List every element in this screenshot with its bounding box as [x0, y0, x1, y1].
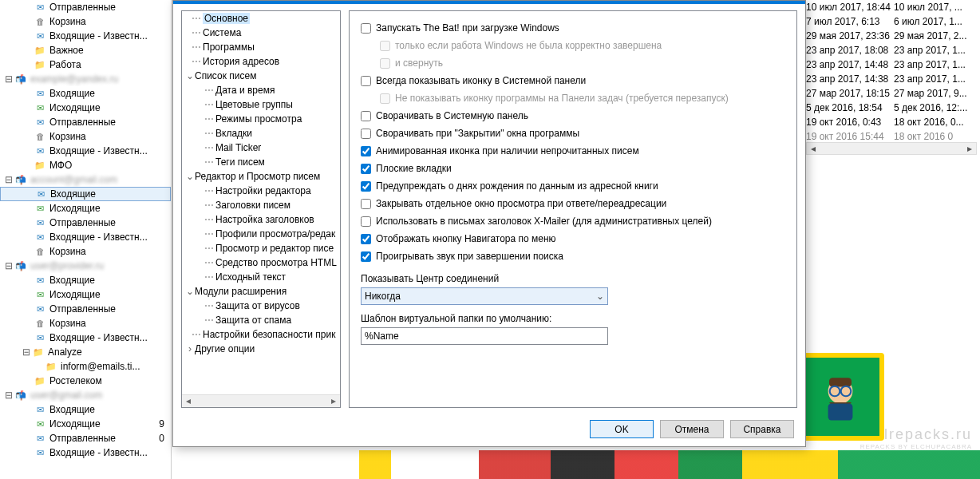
cancel-button[interactable]: Отмена	[660, 420, 724, 438]
account-row[interactable]: ⊟📬user@provider.ru	[0, 259, 171, 273]
tree-item[interactable]: ⋯Система	[182, 26, 340, 40]
tree-item[interactable]: ⋯Настройки редактора	[182, 184, 340, 198]
checkbox[interactable]	[361, 164, 371, 174]
folder-item[interactable]: ✉Входящие - Известн...	[0, 230, 171, 244]
folder-item[interactable]: ✉Отправленные	[0, 0, 171, 14]
tree-item[interactable]: ⌄Редактор и Просмотр писем	[182, 169, 340, 184]
tree-item[interactable]: ⋯Защита от вирусов	[182, 299, 340, 313]
folder-item[interactable]: ✉Отправленные	[0, 302, 171, 316]
folder-item[interactable]: 📁inform@emails.ti...	[0, 359, 171, 374]
tree-item[interactable]: ⋯Исходный текст	[182, 270, 340, 284]
settings-tree[interactable]: ⋯Основное⋯Система⋯Программы⋯История адре…	[181, 10, 341, 408]
expand-icon[interactable]: ›	[185, 343, 195, 354]
tree-item[interactable]: ⋯Теги писем	[182, 155, 340, 169]
checkbox[interactable]	[361, 181, 371, 192]
scroll-left-icon[interactable]: ◂	[807, 143, 820, 154]
expand-icon[interactable]: ⌄	[185, 286, 195, 297]
tree-item[interactable]: ›Другие опции	[182, 342, 340, 356]
tree-item[interactable]: ⋯Вкладки	[182, 126, 340, 141]
checkbox[interactable]	[361, 251, 371, 262]
opt-minimize-tray[interactable]: Сворачивать в Системную панель	[361, 107, 785, 125]
expand-icon[interactable]: ⊟	[3, 73, 14, 85]
tree-item[interactable]: ⋯Программы	[182, 40, 340, 54]
folder-tree[interactable]: ✉Отправленные 🗑Корзина ✉Входящие - Извес…	[0, 0, 172, 479]
tree-item[interactable]: ⌄Модули расширения	[182, 284, 340, 299]
tree-item[interactable]: ⋯История адресов	[182, 54, 340, 69]
opt-search-sound[interactable]: Проигрывать звук при завершении поиска	[361, 247, 785, 265]
folder-item[interactable]: ⊟📁Analyze	[0, 345, 171, 359]
opt-close-viewer[interactable]: Закрывать отдельное окно просмотра при о…	[361, 195, 785, 212]
folder-item[interactable]: 🗑Корзина	[0, 244, 171, 259]
tree-item[interactable]: ⌄Список писем	[182, 69, 340, 83]
tree-item[interactable]: ⋯Профили просмотра/редак	[182, 227, 340, 241]
folder-item[interactable]: 🗑Корзина	[0, 14, 171, 29]
checkbox[interactable]	[361, 216, 371, 227]
account-row[interactable]: ⊟📬user@gmail.com	[0, 388, 171, 402]
folder-item[interactable]: ✉Входящие	[0, 273, 171, 287]
opt-birthday-warn[interactable]: Предупреждать о днях рождения по данным …	[361, 177, 785, 195]
checkbox[interactable]	[361, 23, 371, 34]
tree-item[interactable]: ⋯Заголовки писем	[182, 198, 340, 212]
tree-item[interactable]: ⋯Режимы просмотра	[182, 112, 340, 126]
folder-item[interactable]: 🗑Корзина	[0, 129, 171, 144]
folder-item[interactable]: ✉Входящие - Известн...	[0, 331, 171, 345]
expand-icon[interactable]: ⌄	[185, 70, 195, 81]
opt-xmailer[interactable]: Использовать в письмах заголовок X-Maile…	[361, 212, 785, 230]
folder-item[interactable]: ✉Исходящие	[0, 201, 171, 216]
checkbox[interactable]	[361, 199, 371, 209]
connection-center-combo[interactable]: Никогда ⌄	[361, 287, 608, 305]
messages-hscroll[interactable]: ◂▸	[806, 142, 977, 155]
expand-icon[interactable]: ⊟	[3, 390, 14, 401]
help-button[interactable]: Справка	[730, 420, 794, 438]
folder-item[interactable]: ✉Входящие - Известн...	[0, 144, 171, 158]
tree-item[interactable]: ⋯Основное	[182, 11, 340, 26]
folder-item[interactable]: ✉Входящие - Известн...	[0, 29, 171, 43]
ok-button[interactable]: OK	[590, 420, 654, 438]
folder-item[interactable]: ✉Отправленные	[0, 115, 171, 129]
expand-icon[interactable]: ⊟	[22, 346, 32, 358]
folder-item[interactable]: ✉Отправленные0	[0, 431, 171, 445]
folder-item[interactable]: 📁Ростелеком	[0, 374, 171, 388]
tree-item[interactable]: ⋯Настройки безопасности прик	[182, 327, 340, 342]
vfolder-template-input[interactable]	[361, 327, 608, 345]
tree-item[interactable]: ⋯Защита от спама	[182, 313, 340, 327]
checkbox[interactable]	[361, 129, 371, 139]
tree-item[interactable]: ⋯Настройка заголовков	[182, 212, 340, 227]
tree-item[interactable]: ⋯Mail Ticker	[182, 141, 340, 155]
expand-icon[interactable]: ⊟	[3, 174, 14, 185]
scroll-left-icon[interactable]: ◂	[182, 395, 195, 407]
checkbox[interactable]	[361, 76, 371, 86]
folder-item[interactable]: ✉Исходящие9	[0, 417, 171, 431]
account-row[interactable]: ⊟📬example@yandex.ru	[0, 72, 171, 86]
tree-item[interactable]: ⋯Просмотр и редактор писе	[182, 241, 340, 255]
scroll-right-icon[interactable]: ▸	[963, 143, 976, 154]
folder-item[interactable]: 📁МФО	[0, 158, 171, 172]
opt-flat-tabs[interactable]: Плоские вкладки	[361, 160, 785, 177]
folder-item[interactable]: ✉Исходящие	[0, 101, 171, 115]
folder-item[interactable]: 📁Работа	[0, 57, 171, 72]
checkbox[interactable]	[361, 234, 371, 244]
folder-item[interactable]: ✉Исходящие	[0, 287, 171, 302]
opt-launch-on-startup[interactable]: Запускать The Bat! при загрузке Windows	[361, 19, 785, 37]
scroll-right-icon[interactable]: ▸	[327, 395, 340, 407]
expand-icon[interactable]: ⊟	[3, 260, 14, 271]
folder-item[interactable]: ✉Входящие	[0, 402, 171, 417]
folder-item[interactable]: 🗑Корзина	[0, 316, 171, 331]
folder-item[interactable]: ✉Входящие	[0, 86, 171, 101]
checkbox[interactable]	[361, 146, 371, 156]
opt-animated-icon[interactable]: Анимированная иконка при наличии непрочи…	[361, 142, 785, 160]
opt-navigator-btn[interactable]: Отображать кнопку Навигатора по меню	[361, 230, 785, 247]
checkbox[interactable]	[361, 111, 371, 121]
folder-item[interactable]: 📁Важное	[0, 43, 171, 57]
folder-item[interactable]: ✉Входящие	[0, 187, 171, 201]
account-row[interactable]: ⊟📬account@gmail.com	[0, 172, 171, 187]
folder-item[interactable]: ✉Отправленные	[0, 216, 171, 230]
opt-minimize-on-close[interactable]: Сворачивать при "Закрытии" окна программ…	[361, 125, 785, 142]
tree-item[interactable]: ⋯Средство просмотра HTML	[182, 255, 340, 270]
folder-item[interactable]: ✉Входящие - Известн...	[0, 445, 171, 460]
opt-tray-icon[interactable]: Всегда показывать иконку в Системной пан…	[361, 72, 785, 89]
tree-item[interactable]: ⋯Дата и время	[182, 83, 340, 97]
expand-icon[interactable]: ⌄	[185, 171, 195, 182]
tree-item[interactable]: ⋯Цветовые группы	[182, 97, 340, 112]
tree-hscroll[interactable]: ◂▸	[182, 394, 340, 407]
